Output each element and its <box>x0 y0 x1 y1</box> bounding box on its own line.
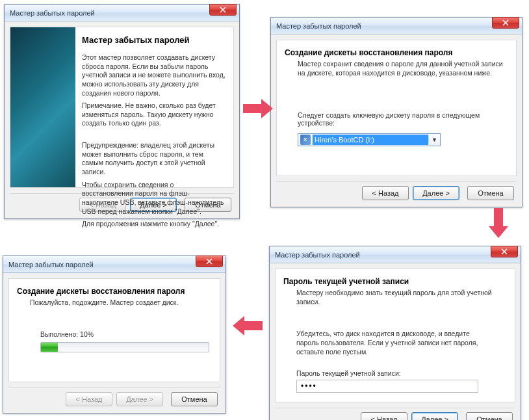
progress-label: Выполнено: 10% <box>40 330 212 338</box>
close-button[interactable] <box>492 17 519 29</box>
button-row: < Назад Далее > Отмена <box>270 408 521 420</box>
page-heading: Создание дискеты восстановления пароля <box>17 287 212 296</box>
wizard-content: Мастер забытых паролей Этот мастер позво… <box>10 27 234 188</box>
arrow-3to4-icon <box>233 316 263 335</box>
page-heading: Создание дискеты восстановления пароля <box>285 48 508 57</box>
next-button[interactable]: Далее > <box>413 186 459 200</box>
page-heading: Пароль текущей учетной записи <box>283 277 507 286</box>
close-icon <box>206 258 213 265</box>
password-input[interactable] <box>296 380 478 393</box>
progress-bar <box>40 342 209 352</box>
next-button: Далее > <box>116 392 163 406</box>
window-title: Мастер забытых паролей <box>272 251 518 259</box>
page-sub: Мастеру необходимо знать текущий пароль … <box>296 288 507 306</box>
cancel-button[interactable]: Отмена <box>171 392 218 406</box>
svg-marker-1 <box>489 208 508 238</box>
page-sub: Мастер сохранит сведения о пароле для да… <box>298 59 508 77</box>
intro-text-1: Этот мастер позволяет создавать дискету … <box>82 53 226 98</box>
window-title: Мастер забытых паролей <box>7 9 237 17</box>
close-button[interactable] <box>196 256 223 267</box>
wizard-content: Пароль текущей учетной записи Мастеру не… <box>275 269 515 402</box>
button-row: < Назад Далее > Отмена <box>271 182 522 207</box>
intro-text-2: Примечание. Не важно, сколько раз будет … <box>82 101 226 128</box>
drive-select[interactable]: ✕ Hiren's BootCD (I:) ▼ <box>298 133 441 146</box>
warning-text-1: Предупреждение: владелец этой дискеты мо… <box>82 141 226 177</box>
hint-text: Убедитесь, что диск находится в дисковод… <box>296 330 494 356</box>
drive-selected-text: Hiren's BootCD (I:) <box>313 135 428 145</box>
back-button[interactable]: < Назад <box>362 186 409 200</box>
button-row: < Назад Далее > Отмена <box>3 388 226 413</box>
svg-marker-0 <box>243 99 273 118</box>
drive-label: Следует создать ключевую дискету пароля … <box>298 111 508 127</box>
close-icon <box>220 7 226 13</box>
wizard-step3-window: Мастер забытых паролей Пароль текущей уч… <box>269 246 521 420</box>
close-button[interactable] <box>491 246 518 257</box>
titlebar: Мастер забытых паролей <box>271 18 522 34</box>
page-heading: Мастер забытых паролей <box>82 35 226 45</box>
wizard-sidebar-image <box>10 27 75 187</box>
progress-fill <box>41 343 58 352</box>
continue-text: Для продолжения нажмите кнопку "Далее". <box>82 220 226 229</box>
page-sub: Пожалуйста, подождите. Мастер создает ди… <box>30 298 212 307</box>
back-button[interactable]: < Назад <box>361 412 407 420</box>
window-title: Мастер забытых паролей <box>274 22 519 30</box>
titlebar: Мастер забытых паролей <box>270 246 521 263</box>
svg-marker-2 <box>233 316 263 335</box>
arrow-2to3-icon <box>489 208 508 238</box>
drive-icon: ✕ <box>300 135 311 145</box>
wizard-step4-window: Мастер забытых паролей Создание дискеты … <box>3 256 226 413</box>
arrow-1to2-icon <box>243 99 273 118</box>
wizard-content: Создание дискеты восстановления пароля М… <box>276 40 517 176</box>
chevron-down-icon: ▼ <box>428 137 440 143</box>
window-title: Мастер забытых паролей <box>6 261 223 269</box>
close-icon <box>501 248 508 255</box>
warning-text-2: Чтобы сохранить сведения о восстановлени… <box>82 181 226 217</box>
wizard-step2-window: Мастер забытых паролей Создание дискеты … <box>270 17 523 207</box>
cancel-button[interactable]: Отмена <box>466 412 513 420</box>
password-label: Пароль текущей учетной записи: <box>296 369 507 377</box>
next-button[interactable]: Далее > <box>411 412 458 420</box>
back-button: < Назад <box>66 392 112 406</box>
wizard-step1-window: Мастер забытых паролей Мастер забытых па… <box>4 4 240 219</box>
close-icon <box>502 20 509 26</box>
cancel-button[interactable]: Отмена <box>467 186 514 200</box>
titlebar: Мастер забытых паролей <box>5 5 239 21</box>
titlebar: Мастер забытых паролей <box>3 256 226 273</box>
wizard-content: Создание дискеты восстановления пароля П… <box>8 278 220 382</box>
close-button[interactable] <box>209 4 237 16</box>
